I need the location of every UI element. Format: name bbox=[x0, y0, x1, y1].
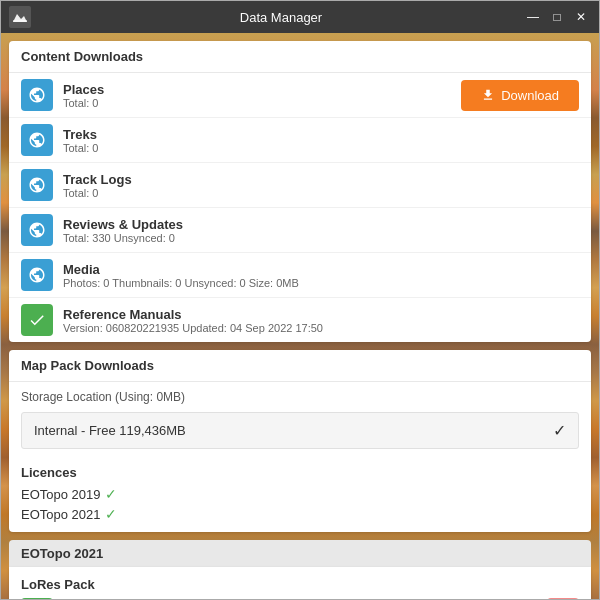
delete-pack-button[interactable] bbox=[547, 598, 579, 599]
reference-manuals-icon bbox=[21, 304, 53, 336]
treks-item: Treks Total: 0 bbox=[9, 118, 591, 163]
treks-text: Treks Total: 0 bbox=[63, 127, 579, 154]
storage-selected-icon: ✓ bbox=[553, 421, 566, 440]
main-window: Data Manager — □ ✕ Content Downloads Pla… bbox=[0, 0, 600, 600]
map-pack-downloads-header: Map Pack Downloads bbox=[9, 350, 591, 382]
close-button[interactable]: ✕ bbox=[571, 7, 591, 27]
app-logo bbox=[9, 6, 31, 28]
storage-option[interactable]: Internal - Free 119,436MB ✓ bbox=[21, 412, 579, 449]
reference-manuals-item: Reference Manuals Version: 060820221935 … bbox=[9, 298, 591, 342]
media-icon bbox=[21, 259, 53, 291]
licence-eotopo2019-check: ✓ bbox=[105, 486, 117, 502]
media-text: Media Photos: 0 Thumbnails: 0 Unsynced: … bbox=[63, 262, 579, 289]
svg-rect-1 bbox=[13, 20, 27, 22]
eotopo-header: EOTopo 2021 bbox=[9, 540, 591, 567]
reference-manuals-name: Reference Manuals bbox=[63, 307, 579, 322]
treks-icon bbox=[21, 124, 53, 156]
reviews-name: Reviews & Updates bbox=[63, 217, 579, 232]
minimize-button[interactable]: — bbox=[523, 7, 543, 27]
storage-option-text: Internal - Free 119,436MB bbox=[34, 423, 553, 438]
licences-title: Licences bbox=[21, 465, 579, 480]
window-content: Content Downloads Places Total: 0 Downlo… bbox=[1, 33, 599, 599]
maximize-button[interactable]: □ bbox=[547, 7, 567, 27]
media-name: Media bbox=[63, 262, 579, 277]
licences-section: Licences EOTopo 2019 ✓ EOTopo 2021 ✓ bbox=[9, 457, 591, 532]
tracklogs-icon bbox=[21, 169, 53, 201]
treks-detail: Total: 0 bbox=[63, 142, 579, 154]
places-icon bbox=[21, 79, 53, 111]
content-downloads-card: Content Downloads Places Total: 0 Downlo… bbox=[9, 41, 591, 342]
window-controls: — □ ✕ bbox=[523, 7, 591, 27]
pack-name: LoRes Pack bbox=[21, 577, 579, 592]
reference-manuals-detail: Version: 060820221935 Updated: 04 Sep 20… bbox=[63, 322, 579, 334]
places-name: Places bbox=[63, 82, 461, 97]
map-pack-downloads-card: Map Pack Downloads Storage Location (Usi… bbox=[9, 350, 591, 532]
svg-rect-0 bbox=[9, 6, 31, 28]
places-item: Places Total: 0 Download bbox=[9, 73, 591, 118]
tracklogs-detail: Total: 0 bbox=[63, 187, 579, 199]
licence-eotopo2021: EOTopo 2021 ✓ bbox=[21, 504, 579, 524]
media-detail: Photos: 0 Thumbnails: 0 Unsynced: 0 Size… bbox=[63, 277, 579, 289]
places-text: Places Total: 0 bbox=[63, 82, 461, 109]
reviews-icon bbox=[21, 214, 53, 246]
tracklogs-item: Track Logs Total: 0 bbox=[9, 163, 591, 208]
licence-eotopo2021-label: EOTopo 2021 bbox=[21, 507, 101, 522]
treks-name: Treks bbox=[63, 127, 579, 142]
tracklogs-name: Track Logs bbox=[63, 172, 579, 187]
reviews-detail: Total: 330 Unsynced: 0 bbox=[63, 232, 579, 244]
reviews-item: Reviews & Updates Total: 330 Unsynced: 0 bbox=[9, 208, 591, 253]
content-downloads-header: Content Downloads bbox=[9, 41, 591, 73]
download-button-label: Download bbox=[501, 88, 559, 103]
title-bar: Data Manager — □ ✕ bbox=[1, 1, 599, 33]
tracklogs-text: Track Logs Total: 0 bbox=[63, 172, 579, 199]
licence-eotopo2019: EOTopo 2019 ✓ bbox=[21, 484, 579, 504]
pack-card: LoRes Pack Installed Version: 2021 Tiles… bbox=[9, 567, 591, 599]
licence-eotopo2019-label: EOTopo 2019 bbox=[21, 487, 101, 502]
reviews-text: Reviews & Updates Total: 330 Unsynced: 0 bbox=[63, 217, 579, 244]
pack-status-icon bbox=[21, 598, 53, 599]
window-title: Data Manager bbox=[39, 10, 523, 25]
licence-eotopo2021-check: ✓ bbox=[105, 506, 117, 522]
storage-label: Storage Location (Using: 0MB) bbox=[9, 382, 591, 412]
download-button[interactable]: Download bbox=[461, 80, 579, 111]
reference-manuals-text: Reference Manuals Version: 060820221935 … bbox=[63, 307, 579, 334]
places-row: Places Total: 0 Download bbox=[21, 79, 579, 111]
pack-status-row: Installed Version: 2021 Tiles: 1192 bbox=[21, 598, 579, 599]
places-detail: Total: 0 bbox=[63, 97, 461, 109]
media-item: Media Photos: 0 Thumbnails: 0 Unsynced: … bbox=[9, 253, 591, 298]
